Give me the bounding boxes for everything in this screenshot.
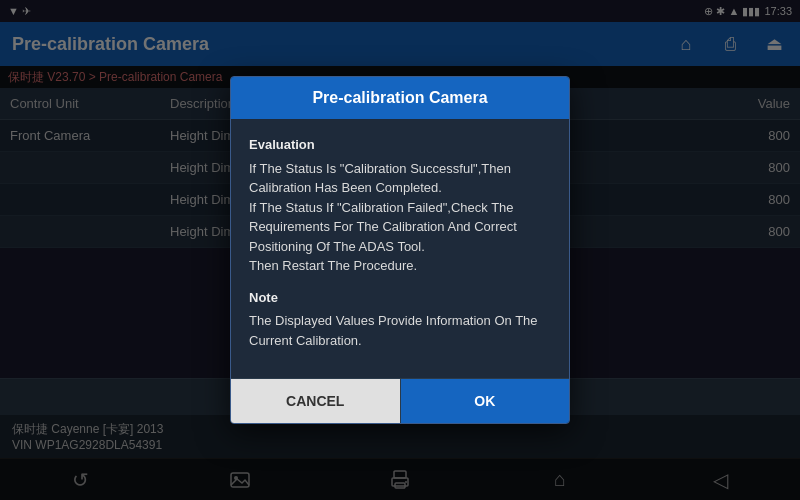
modal-dialog: Pre-calibration Camera Evaluation If The… [230, 76, 570, 424]
modal-evaluation-text: If The Status Is "Calibration Successful… [249, 159, 551, 276]
modal-body: Evaluation If The Status Is "Calibration… [231, 119, 569, 378]
modal-note-label: Note [249, 288, 551, 308]
cancel-button[interactable]: CANCEL [231, 379, 401, 423]
modal-note-text: The Displayed Values Provide Information… [249, 311, 551, 350]
modal-title: Pre-calibration Camera [231, 77, 569, 119]
modal-evaluation-label: Evaluation [249, 135, 551, 155]
modal-overlay: Pre-calibration Camera Evaluation If The… [0, 0, 800, 500]
modal-footer: CANCEL OK [231, 378, 569, 423]
ok-button[interactable]: OK [401, 379, 570, 423]
